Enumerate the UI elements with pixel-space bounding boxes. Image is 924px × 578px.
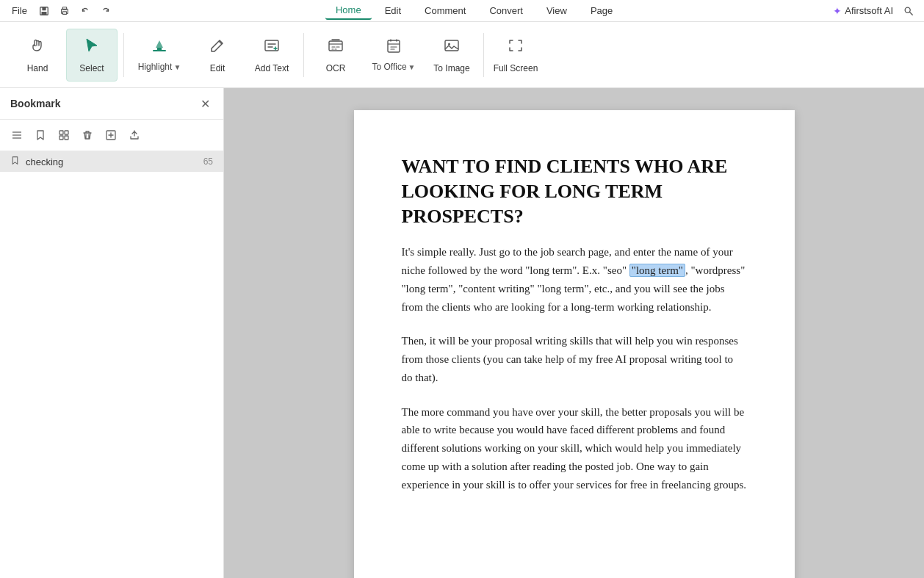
sidebar-header: Bookmark ✕: [0, 88, 223, 120]
svg-rect-11: [388, 40, 400, 52]
svg-rect-19: [59, 136, 63, 140]
svg-point-13: [448, 43, 450, 45]
doc-paragraph-2: Then, it will be your proposal writing s…: [402, 332, 747, 386]
sidebar-expand-icon[interactable]: [54, 126, 73, 145]
to-office-arrow-icon: ▼: [408, 63, 416, 71]
menu-bar-left: File: [6, 1, 115, 21]
toolbar-sep-1: [123, 33, 124, 77]
redo-button[interactable]: [96, 1, 115, 21]
edit-tool-button[interactable]: Edit: [192, 29, 243, 82]
highlight-icon: [151, 37, 168, 57]
menu-tabs: Home Edit Comment Convert View Page: [115, 1, 833, 20]
print-button[interactable]: [55, 1, 74, 21]
hand-icon: [29, 37, 46, 59]
file-menu[interactable]: File: [6, 4, 33, 18]
sidebar-bookmark-add-icon[interactable]: [31, 126, 50, 145]
toolbar: Hand Select Highlight ▼ Edit Add Text: [0, 22, 924, 88]
sidebar-import-icon[interactable]: [101, 126, 120, 145]
sidebar-list-icon[interactable]: [7, 126, 26, 145]
sidebar-title: Bookmark: [10, 98, 60, 109]
svg-line-7: [909, 12, 912, 15]
bookmark-item[interactable]: checking 65: [0, 151, 223, 172]
svg-rect-2: [41, 11, 46, 14]
highlight-tool-button[interactable]: Highlight ▼: [130, 29, 189, 82]
to-image-icon: [443, 37, 461, 59]
svg-rect-5: [62, 11, 66, 14]
svg-rect-9: [265, 40, 278, 51]
ai-brand-label: Afirstsoft AI: [845, 5, 893, 16]
select-tool-button[interactable]: Select: [66, 29, 118, 82]
to-office-icon: [385, 37, 403, 57]
highlight-arrow-icon: ▼: [173, 63, 181, 71]
tab-view[interactable]: View: [536, 2, 577, 19]
tab-convert[interactable]: Convert: [479, 2, 533, 19]
to-office-tool-button[interactable]: To Office ▼: [364, 29, 423, 82]
svg-rect-8: [157, 48, 162, 50]
svg-rect-20: [65, 136, 68, 140]
to-image-tool-button[interactable]: To Image: [426, 29, 477, 82]
tab-edit[interactable]: Edit: [375, 2, 411, 19]
sidebar-delete-icon[interactable]: [78, 126, 97, 145]
bookmark-item-icon: [10, 156, 20, 167]
edit-label: Edit: [210, 63, 225, 73]
to-image-label: To Image: [433, 63, 469, 73]
menu-bar: File Home Edit Comment Convert View Page…: [0, 0, 924, 22]
svg-rect-17: [59, 131, 63, 134]
select-icon: [83, 37, 101, 59]
bookmark-item-name: checking: [26, 156, 198, 167]
doc-area[interactable]: Want to find clients who are looking for…: [224, 88, 924, 578]
sidebar: Bookmark ✕: [0, 88, 224, 578]
svg-rect-18: [65, 131, 68, 134]
select-label: Select: [79, 63, 104, 73]
add-text-icon: [263, 37, 281, 59]
ocr-tool-button[interactable]: OCR: [310, 29, 361, 82]
sidebar-toolbar: [0, 120, 223, 151]
ocr-icon: [327, 37, 344, 59]
add-text-tool-button[interactable]: Add Text: [246, 29, 297, 82]
full-screen-icon: [507, 37, 524, 59]
main-area: Bookmark ✕: [0, 88, 924, 578]
sidebar-close-button[interactable]: ✕: [197, 95, 213, 112]
tab-page[interactable]: Page: [580, 2, 623, 19]
tab-comment[interactable]: Comment: [414, 2, 476, 19]
hand-label: Hand: [27, 63, 48, 73]
doc-paragraph-3: The more command you have over your skil…: [402, 403, 747, 494]
highlight-label: Highlight: [138, 62, 173, 72]
svg-rect-4: [62, 7, 66, 10]
ai-brand[interactable]: ✦ Afirstsoft AI: [833, 5, 893, 17]
doc-paragraph-1: It's simple really. Just go to the job s…: [402, 243, 747, 316]
hand-tool-button[interactable]: Hand: [12, 29, 63, 82]
save-button[interactable]: [35, 1, 54, 21]
menu-bar-right: ✦ Afirstsoft AI: [833, 1, 918, 21]
search-button[interactable]: [899, 1, 918, 21]
doc-heading: Want to find clients who are looking for…: [402, 154, 747, 228]
add-text-label: Add Text: [255, 63, 289, 73]
sidebar-export-icon[interactable]: [125, 126, 144, 145]
sidebar-content: checking 65: [0, 151, 223, 578]
edit-icon: [209, 37, 226, 59]
tab-home[interactable]: Home: [325, 1, 372, 20]
toolbar-sep-2: [303, 33, 304, 77]
ai-star-icon: ✦: [833, 5, 842, 17]
ocr-label: OCR: [326, 63, 346, 73]
doc-page: Want to find clients who are looking for…: [354, 110, 795, 578]
doc-para1-highlight: "long term": [629, 264, 685, 277]
toolbar-sep-3: [483, 33, 484, 77]
full-screen-tool-button[interactable]: Full Screen: [490, 29, 541, 82]
bookmark-item-page: 65: [203, 156, 213, 167]
full-screen-label: Full Screen: [494, 63, 538, 73]
undo-button[interactable]: [76, 1, 95, 21]
svg-rect-12: [445, 40, 458, 51]
to-office-label: To Office: [372, 62, 406, 72]
svg-rect-1: [42, 7, 46, 10]
